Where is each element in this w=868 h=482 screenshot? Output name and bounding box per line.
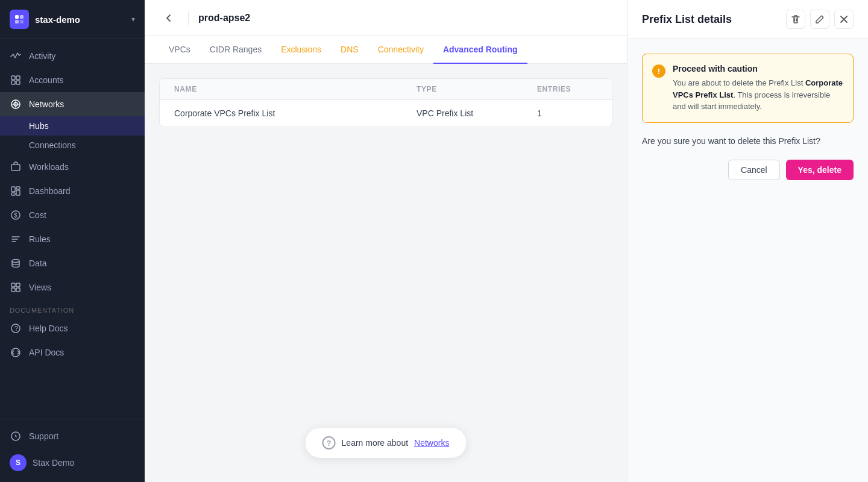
sidebar-item-workloads[interactable]: Workloads	[0, 155, 145, 179]
tab-dns[interactable]: DNS	[331, 36, 368, 64]
sidebar-label-rules: Rules	[29, 234, 51, 244]
cancel-button[interactable]: Cancel	[728, 160, 780, 180]
sidebar-item-support[interactable]: Support	[0, 424, 145, 448]
sidebar-header[interactable]: stax-demo ▾	[0, 0, 145, 39]
chevron-down-icon: ▾	[131, 15, 135, 23]
sidebar-label-support: Support	[29, 431, 58, 441]
tab-bar: VPCs CIDR Ranges Exclusions DNS Connecti…	[145, 36, 627, 64]
sidebar-label-help-docs: Help Docs	[29, 324, 68, 333]
svg-point-19	[12, 260, 19, 263]
sidebar-label-data: Data	[29, 258, 47, 268]
topbar-divider	[188, 11, 189, 25]
data-icon	[10, 257, 22, 269]
tab-cidr-ranges[interactable]: CIDR Ranges	[200, 36, 271, 64]
rules-icon	[10, 233, 22, 245]
warning-title: Proceed with caution	[673, 64, 843, 74]
help-circle-icon: ?	[322, 436, 336, 449]
svg-rect-15	[16, 190, 20, 195]
workloads-icon	[10, 161, 22, 173]
dashboard-icon	[10, 185, 22, 197]
svg-rect-13	[11, 187, 15, 192]
tab-exclusions[interactable]: Exclusions	[271, 36, 331, 64]
svg-rect-5	[16, 76, 20, 80]
warning-body: You are about to delete the Prefix List …	[673, 77, 843, 113]
sidebar-label-hubs: Hubs	[29, 121, 49, 131]
yes-delete-button[interactable]: Yes, delete	[786, 160, 854, 180]
row-name: Corporate VPCs Prefix List	[174, 108, 417, 118]
panel-content: ! Proceed with caution You are about to …	[627, 39, 868, 482]
prefix-list-table: Name Type Entries Corporate VPCs Prefix …	[159, 78, 612, 127]
accounts-icon	[10, 74, 22, 86]
sidebar-item-dashboard[interactable]: Dashboard	[0, 179, 145, 203]
svg-rect-20	[11, 283, 15, 287]
content-area: VPCs CIDR Ranges Exclusions DNS Connecti…	[145, 36, 627, 482]
sidebar-item-api-docs[interactable]: API Docs	[0, 340, 145, 365]
caution-box: ! Proceed with caution You are about to …	[642, 54, 854, 123]
networks-link[interactable]: Networks	[414, 438, 449, 448]
topbar: prod-apse2	[145, 0, 627, 36]
sidebar-user[interactable]: S Stax Demo	[0, 448, 145, 477]
sidebar-nav: Activity Accounts Networks Hubs Connecti…	[0, 39, 145, 419]
main-content: prod-apse2 VPCs CIDR Ranges Exclusions D…	[145, 0, 627, 482]
back-button[interactable]	[159, 8, 178, 28]
sidebar-item-networks[interactable]: Networks	[0, 92, 145, 116]
tab-connectivity[interactable]: Connectivity	[368, 36, 433, 64]
svg-rect-22	[11, 288, 15, 292]
svg-rect-0	[15, 15, 19, 19]
activity-icon	[10, 50, 22, 62]
close-panel-button[interactable]	[834, 10, 854, 29]
svg-rect-4	[11, 76, 15, 80]
tab-vpcs[interactable]: VPCs	[159, 36, 200, 64]
docs-section-label: DOCUMENTATION	[0, 299, 145, 316]
app-logo	[10, 10, 29, 29]
sidebar-item-accounts[interactable]: Accounts	[0, 68, 145, 92]
svg-rect-7	[16, 81, 20, 84]
sidebar-item-cost[interactable]: $ Cost	[0, 203, 145, 227]
table-header: Name Type Entries	[160, 79, 612, 100]
sidebar-label-connections: Connections	[29, 140, 76, 150]
sidebar-label-views: Views	[29, 283, 51, 292]
svg-rect-6	[11, 81, 15, 84]
sidebar-label-networks: Networks	[29, 99, 64, 109]
sidebar-label-activity: Activity	[29, 51, 55, 61]
svg-rect-21	[16, 283, 20, 287]
support-icon	[10, 430, 22, 442]
warning-text-before: You are about to delete the Prefix List	[673, 78, 805, 87]
svg-text:?: ?	[14, 325, 18, 332]
svg-rect-16	[11, 193, 15, 195]
sidebar-label-dashboard: Dashboard	[29, 186, 71, 196]
action-row: Cancel Yes, delete	[642, 160, 854, 180]
delete-panel-button[interactable]	[786, 10, 805, 29]
confirm-text: Are you sure you want to delete this Pre…	[642, 135, 854, 148]
row-type: VPC Prefix List	[417, 108, 537, 118]
svg-rect-14	[16, 187, 20, 189]
edit-panel-button[interactable]	[810, 10, 829, 29]
user-avatar: S	[10, 454, 27, 471]
sidebar-item-connections[interactable]: Connections	[0, 136, 145, 155]
networks-icon	[10, 98, 22, 110]
page-title: prod-apse2	[198, 13, 250, 23]
sidebar-label-api-docs: API Docs	[29, 348, 64, 357]
col-header-type: Type	[417, 85, 537, 93]
sidebar-item-views[interactable]: Views	[0, 275, 145, 299]
warning-icon: !	[652, 64, 665, 78]
sidebar-item-rules[interactable]: Rules	[0, 227, 145, 251]
panel-header: Prefix List details	[627, 0, 868, 39]
sidebar-item-activity[interactable]: Activity	[0, 44, 145, 68]
svg-rect-12	[11, 164, 20, 171]
app-name: stax-demo	[35, 14, 125, 25]
col-header-entries: Entries	[537, 85, 597, 93]
user-initials: S	[16, 459, 20, 467]
warning-content: Proceed with caution You are about to de…	[673, 64, 843, 113]
views-icon	[10, 281, 22, 293]
col-header-name: Name	[174, 85, 417, 93]
tab-advanced-routing[interactable]: Advanced Routing	[433, 36, 527, 64]
sidebar-item-hubs[interactable]: Hubs	[0, 116, 145, 136]
table-row[interactable]: Corporate VPCs Prefix List VPC Prefix Li…	[160, 100, 612, 127]
row-entries: 1	[537, 108, 597, 118]
user-name: Stax Demo	[33, 458, 74, 468]
sidebar-item-help-docs[interactable]: ? Help Docs	[0, 316, 145, 340]
svg-rect-23	[16, 288, 20, 292]
svg-point-26	[11, 348, 20, 357]
sidebar-item-data[interactable]: Data	[0, 251, 145, 275]
